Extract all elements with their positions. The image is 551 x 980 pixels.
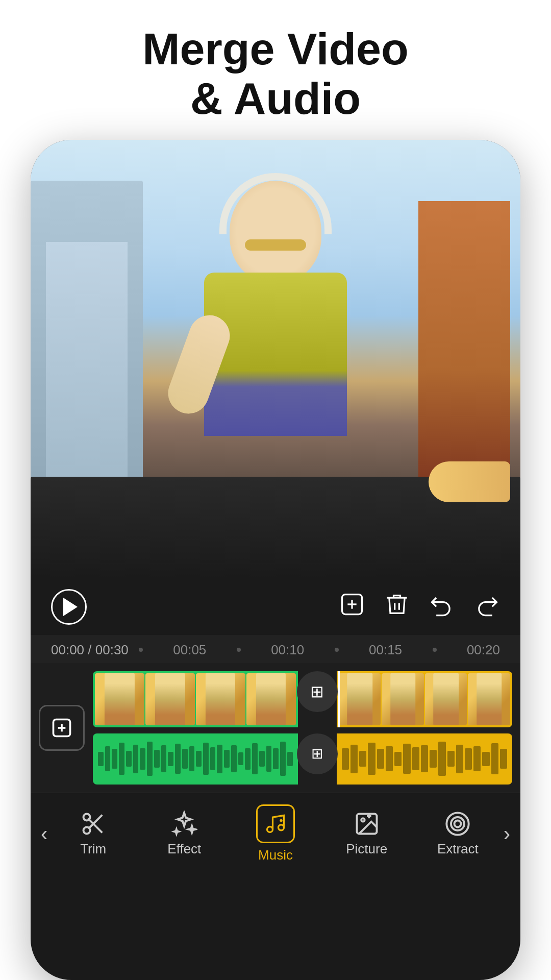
track-scroll: ⊞ (31, 671, 520, 785)
add-clip-button[interactable] (39, 705, 85, 751)
thumb-2 (145, 673, 195, 725)
extract-label: Extract (437, 841, 479, 857)
toolbar-item-picture[interactable]: Picture (321, 811, 412, 857)
time-dot (335, 648, 339, 652)
music-plus-icon (264, 813, 287, 835)
waveform-green (93, 741, 298, 777)
head (230, 181, 321, 283)
sparkles-icon (171, 811, 197, 837)
audio-segment-yellow (337, 733, 512, 785)
time-marker-1: 00:05 (173, 642, 206, 658)
time-marker-3: 00:15 (369, 642, 402, 658)
music-icon-wrap (256, 804, 295, 843)
play-button[interactable] (51, 589, 87, 625)
arm-right (429, 461, 510, 502)
tracks-container: ⊞ (85, 671, 520, 785)
time-ruler: 00:00 / 00:30 00:05 00:10 00:15 00:20 (31, 642, 520, 663)
video-background (31, 140, 520, 579)
playhead (338, 671, 340, 727)
time-marker-2: 00:10 (271, 642, 304, 658)
time-markers-row: 00:05 00:10 00:15 00:20 (139, 642, 500, 658)
svg-point-21 (451, 817, 464, 830)
svg-point-16 (361, 818, 365, 822)
phone-frame: 00:00 / 00:30 00:05 00:10 00:15 00:20 (31, 140, 520, 980)
time-marker-4: 00:20 (467, 642, 500, 658)
building-left2 (46, 242, 128, 497)
toolbar-prev-button[interactable]: ‹ (41, 822, 47, 845)
scissors-icon (80, 811, 107, 837)
video-thumbnails-2 (337, 671, 512, 727)
merge-icon: ⊞ (297, 671, 338, 712)
video-preview (31, 140, 520, 579)
image-plus-icon (354, 811, 380, 837)
time-dot (433, 648, 437, 652)
toolbar-item-trim[interactable]: Trim (47, 811, 139, 857)
undo-icon[interactable] (429, 591, 455, 622)
thumb-5 (339, 673, 381, 725)
video-track[interactable]: ⊞ (93, 671, 512, 727)
svg-point-20 (455, 820, 461, 827)
controls-right (339, 591, 500, 622)
thumb-7 (425, 673, 467, 725)
toolbar-item-extract[interactable]: Extract (412, 811, 504, 857)
audio-track[interactable]: ⊞ (93, 733, 512, 785)
controls-bar (31, 579, 520, 635)
toolbar-next-button[interactable]: › (504, 822, 510, 845)
svg-point-7 (83, 827, 90, 834)
waveform-yellow (337, 741, 512, 777)
toolbar-item-effect[interactable]: Effect (139, 811, 230, 857)
thumb-1 (95, 673, 144, 725)
building-right (418, 201, 510, 482)
svg-point-19 (447, 813, 469, 835)
glasses (245, 239, 306, 251)
effect-label: Effect (167, 841, 201, 857)
bottom-toolbar: ‹ Trim Effect (31, 793, 520, 874)
time-dot (237, 648, 241, 652)
music-label: Music (258, 847, 293, 863)
video-thumbnails (93, 671, 298, 727)
track-area: ⊞ (31, 663, 520, 793)
add-clip-icon[interactable] (339, 591, 365, 622)
video-segment-yellow (337, 671, 512, 727)
svg-point-11 (267, 826, 273, 832)
audio-segment-green (93, 733, 298, 785)
thumb-4 (246, 673, 296, 725)
audio-merge-icon: ⊞ (297, 733, 338, 774)
timeline-area: 00:00 / 00:30 00:05 00:10 00:15 00:20 (31, 635, 520, 663)
page-title: Merge Video & Audio (142, 24, 409, 124)
body (204, 273, 347, 436)
redo-icon[interactable] (473, 591, 500, 622)
delete-icon[interactable] (384, 591, 410, 622)
vinyl-icon (444, 811, 471, 837)
video-segment-green (93, 671, 298, 727)
svg-point-12 (279, 824, 284, 830)
time-dot (139, 648, 143, 652)
thumb-3 (196, 673, 245, 725)
play-icon (63, 598, 78, 616)
thumb-6 (382, 673, 424, 725)
toolbar-item-music[interactable]: Music (230, 804, 321, 863)
picture-label: Picture (346, 841, 387, 857)
thumb-8 (468, 673, 510, 725)
svg-line-9 (96, 826, 102, 832)
trim-label: Trim (80, 841, 106, 857)
time-display: 00:00 / 00:30 (51, 642, 129, 658)
